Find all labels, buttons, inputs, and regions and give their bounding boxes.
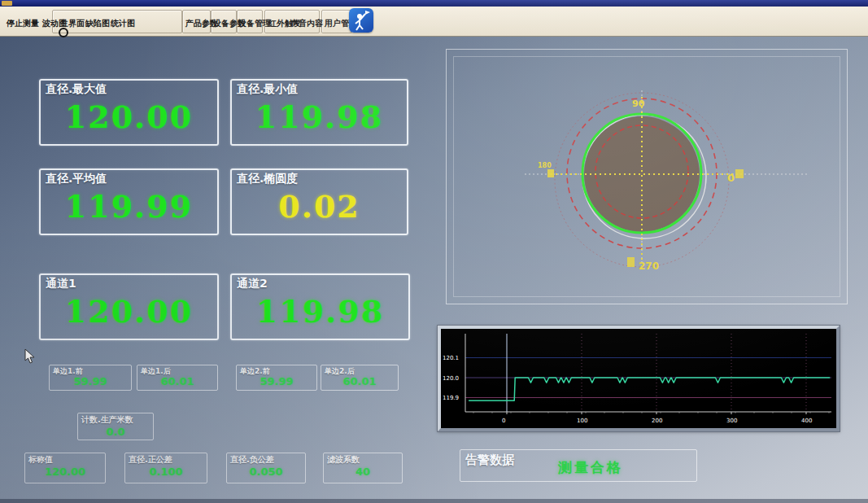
gauge-label: 直径.最大值 [46,82,107,97]
menu-item-defect-chart[interactable]: 缺陷图 [85,18,110,29]
cross-section-panel: 90 180 0 270 [446,49,848,304]
gauge-value: 59.99 [237,375,316,387]
gauge-value: 119.98 [232,98,407,135]
menu-item-sound-content[interactable]: 声音内容 [290,18,323,29]
active-screen-indicator [59,28,68,37]
app-logo-icon[interactable] [349,8,373,33]
svg-text:0: 0 [502,418,505,424]
cross-section-inner-frame [453,56,840,297]
gauge-value: 0.100 [125,466,207,478]
gauge-diameter-min: 直径.最小值 119.98 [230,79,408,146]
gauge-value: 0.0 [78,426,153,438]
gauge-channel-1: 通道1 120.00 [39,273,219,340]
window-titlebar [0,0,868,7]
gauge-label: 滤波系数 [327,454,360,466]
alarm-label: 告警数据 [465,453,514,468]
gauge-label: 直径.椭圆度 [237,172,298,186]
gauge-meter-count: 计数.生产米数 0.0 [77,413,154,440]
gauge-edge1-front: 单边1.前 59.99 [49,365,132,391]
gauge-value: 119.98 [232,293,408,330]
gauge-diameter-avg: 直径.平均值 119.99 [39,168,219,235]
alarm-data-box: 告警数据 测量合格 [460,449,697,482]
menu-item-device-manage[interactable]: 设备管理 [238,18,271,29]
gauge-value: 120.00 [25,466,105,478]
gauge-value: 120.00 [41,293,217,330]
alarm-status: 测量合格 [558,458,623,477]
gauge-label: 计数.生产米数 [81,414,133,426]
gauge-value: 0.02 [232,188,407,225]
gauge-value: 60.01 [321,375,398,387]
menu-item-stop-measure[interactable]: 停止测量 [7,18,39,29]
gauge-tolerance-plus: 直径.正公差 0.100 [124,453,207,483]
gauge-edge2-back: 单边2.后 60.01 [321,365,399,391]
gauge-label: 通道2 [237,277,268,291]
gauge-edge1-back: 单边1.后 60.01 [137,365,218,391]
gauge-label: 直径.平均值 [46,172,107,186]
gauge-value: 40 [324,466,402,478]
svg-text:400: 400 [801,418,812,424]
svg-text:120.0: 120.0 [443,375,459,382]
menu-item-stats-chart[interactable]: 统计图 [111,18,135,29]
gauge-channel-2: 通道2 119.98 [230,273,410,340]
svg-text:119.9: 119.9 [443,395,459,401]
trend-chart-panel: 120.1120.0119.90100200300400 [438,326,840,431]
gauge-value: 0.050 [227,466,305,478]
gauge-label: 标称值 [28,454,53,466]
gauge-value: 60.01 [137,375,217,387]
trend-chart: 120.1120.0119.90100200300400 [441,329,836,428]
gauge-value: 119.99 [41,188,217,225]
titlebar-icon [2,1,12,6]
menu-bar: 停止测量 波动图 主界面 缺陷图 统计图 产品参数 设备参数 设备管理 红外触发… [0,7,868,37]
svg-text:100: 100 [577,418,587,424]
gauge-label: 直径.正公差 [129,454,172,466]
gauge-value: 59.99 [50,375,131,387]
svg-text:300: 300 [726,418,737,424]
svg-text:120.1: 120.1 [443,355,459,361]
gauge-label: 通道1 [46,277,76,291]
gauge-edge2-front: 单边2.前 59.99 [236,365,317,391]
mouse-cursor [24,348,36,365]
gauge-label: 直径.最小值 [237,82,298,97]
measurement-app-screen: 停止测量 波动图 主界面 缺陷图 统计图 产品参数 设备参数 设备管理 红外触发… [0,0,868,503]
gauge-diameter-max: 直径.最大值 120.00 [39,79,219,146]
gauge-nominal: 标称值 120.00 [24,453,106,483]
gauge-tolerance-minus: 直径.负公差 0.050 [226,453,306,483]
gauge-diameter-ovality: 直径.椭圆度 0.02 [230,168,408,235]
gauge-value: 120.00 [41,98,217,135]
gauge-filter-coefficient: 滤波系数 40 [323,453,403,483]
person-flag-icon [349,8,373,33]
screen-bottom-edge [0,499,868,503]
gauge-label: 直径.负公差 [230,454,274,466]
svg-text:200: 200 [652,418,662,424]
